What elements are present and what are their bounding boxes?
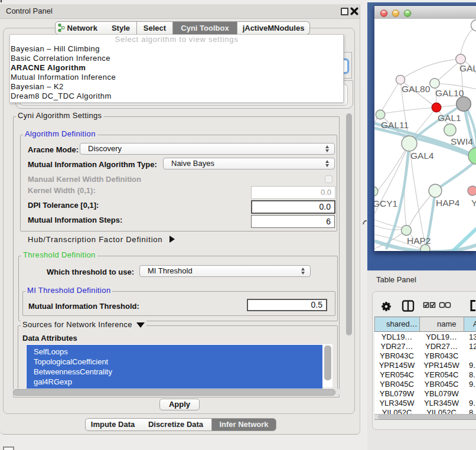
- svg-text:GAL1: GAL1: [438, 113, 461, 123]
- svg-text:HAP2: HAP2: [407, 236, 431, 246]
- svg-text:GAL7: GAL7: [459, 63, 476, 73]
- svg-text:GAL11: GAL11: [381, 120, 409, 130]
- svg-text:HAP4: HAP4: [436, 198, 460, 208]
- svg-text:GAL4: GAL4: [410, 151, 434, 161]
- svg-text:GAL80: GAL80: [402, 84, 431, 94]
- svg-text:Y: Y: [471, 198, 476, 208]
- svg-text:SWI4: SWI4: [451, 136, 473, 146]
- svg-text:GAL10: GAL10: [435, 88, 464, 98]
- svg-text:GCY1: GCY1: [374, 198, 397, 208]
